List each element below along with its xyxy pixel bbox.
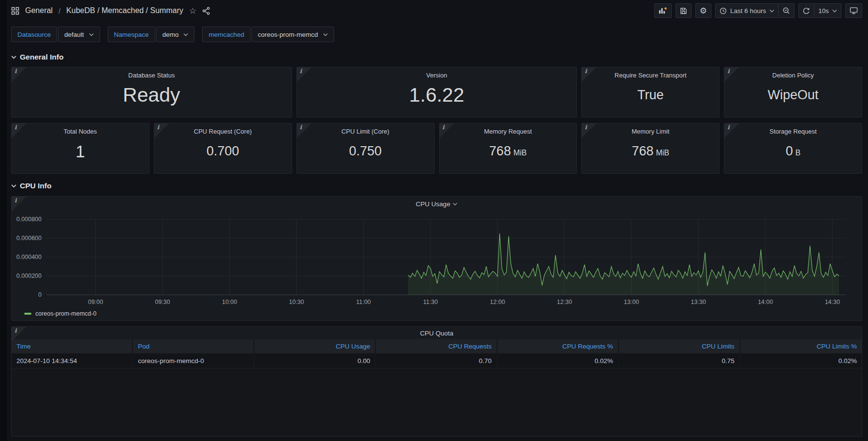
axis-tick-label: 12:00 [490, 299, 505, 305]
zoom-out-icon [782, 7, 790, 15]
axis-tick-label: 10:00 [222, 299, 237, 305]
stat-panel-memory-request: iMemory Request768MiB [439, 123, 577, 174]
panel-info-icon[interactable] [12, 327, 26, 341]
column-header-cpu-limits[interactable]: CPU Limits [619, 339, 740, 353]
variable-value-dropdown[interactable]: default [58, 27, 100, 42]
chevron-down-icon [183, 33, 188, 36]
stat-title: Version [297, 67, 577, 79]
stat-panel-storage-request: iStorage Request0B [724, 123, 862, 174]
stat-value: 1.6.22 [409, 84, 464, 106]
share-icon[interactable] [202, 7, 210, 15]
column-header-cpu-requests-[interactable]: CPU Requests % [498, 339, 619, 353]
column-header-cpu-usage[interactable]: CPU Usage [254, 339, 376, 353]
stat-value-number: WipeOut [768, 88, 819, 103]
stat-title: Memory Request [440, 123, 577, 135]
variable-value-dropdown[interactable]: coreos-prom-memcd [251, 27, 334, 42]
chevron-down-icon [11, 184, 16, 188]
stat-title: Require Secure Transport [582, 67, 719, 79]
panel-info-icon[interactable] [582, 123, 596, 138]
stat-value: 1 [75, 142, 85, 161]
series-area-fill [408, 233, 839, 295]
stat-value-number: 0.700 [206, 144, 239, 159]
refresh-interval-label: 10s [818, 7, 829, 15]
tv-mode-button[interactable] [845, 3, 862, 18]
axis-tick-label: 13:30 [691, 299, 706, 305]
save-dashboard-button[interactable] [676, 3, 691, 18]
stat-value-number: 0.750 [349, 144, 382, 159]
toolbar-actions: ⚙ Last 6 hours [650, 3, 862, 18]
variable-value-dropdown[interactable]: demo [156, 27, 195, 42]
info-i-glyph: i [585, 68, 587, 75]
section-general-info[interactable]: General Info [11, 53, 862, 61]
stat-panel-require-secure-transport: iRequire Secure TransportTrue [581, 67, 720, 118]
add-panel-button[interactable] [654, 3, 672, 18]
axis-tick-label: 0.000600 [16, 235, 42, 242]
table-row: 2024-07-10 14:34:54coreos-prom-memcd-00.… [12, 353, 862, 368]
panel-info-icon[interactable] [582, 67, 596, 82]
stat-panel-memory-limit: iMemory Limit768MiB [581, 123, 720, 174]
panel-info-icon[interactable] [154, 123, 169, 138]
axis-tick-label: 14:00 [758, 299, 773, 305]
time-range-label: Last 6 hours [730, 7, 766, 15]
zoom-out-button[interactable] [778, 3, 794, 18]
cpu-quota-table: TimePodCPU UsageCPU RequestsCPU Requests… [12, 339, 862, 436]
breadcrumb-folder[interactable]: General [25, 6, 53, 15]
variable-label: Datasource [11, 27, 57, 42]
panel-info-icon[interactable] [12, 123, 26, 138]
legend-series-label: coreos-prom-memcd-0 [35, 310, 96, 317]
clock-icon [720, 7, 727, 15]
info-i-glyph: i [15, 124, 17, 131]
apps-grid-icon[interactable] [11, 7, 19, 15]
column-header-cpu-requests[interactable]: CPU Requests [376, 339, 497, 353]
axis-tick-label: 13:00 [624, 299, 639, 305]
legend-item[interactable]: coreos-prom-memcd-0 [12, 307, 862, 320]
dashboard-page: General / KubeDB / Memcached / Summary ☆ [7, 0, 868, 437]
info-i-glyph: i [585, 124, 587, 131]
refresh-interval-picker[interactable]: 10s [814, 3, 841, 18]
info-i-glyph: i [15, 327, 17, 334]
panel-menu-chevron-icon[interactable] [453, 202, 457, 206]
column-header-pod[interactable]: Pod [133, 339, 254, 353]
info-i-glyph: i [727, 68, 730, 75]
panel-info-icon[interactable] [440, 123, 454, 138]
cpu-usage-plot[interactable]: 0.0008000.0006000.0004000.000200009:0009… [12, 211, 862, 305]
table-cell: 0.70 [376, 353, 497, 368]
axis-tick-label: 12:30 [557, 299, 572, 305]
table-body: 2024-07-10 14:34:54coreos-prom-memcd-00.… [12, 353, 862, 368]
time-range-picker[interactable]: Last 6 hours [715, 3, 779, 18]
axis-tick-label: 11:30 [423, 299, 438, 305]
chevron-down-icon [11, 55, 16, 59]
stat-panel-total-nodes: iTotal Nodes1 [11, 123, 149, 174]
stat-value-number: 768 [632, 144, 653, 159]
column-header-cpu-limits-[interactable]: CPU Limits % [740, 339, 862, 353]
panel-info-icon[interactable] [297, 123, 311, 138]
refresh-button[interactable] [798, 3, 814, 18]
axis-tick-label: 0 [38, 291, 42, 298]
variable-namespace: Namespacedemo [108, 27, 195, 42]
variable-label: memcached [202, 27, 250, 42]
column-header-time[interactable]: Time [12, 339, 133, 353]
cpu-usage-chart[interactable]: 0.0008000.0006000.0004000.000200009:0009… [12, 211, 862, 307]
stat-value: 768MiB [489, 144, 527, 159]
info-i-glyph: i [15, 68, 17, 75]
panel-info-icon[interactable] [297, 67, 311, 82]
panel-info-icon[interactable] [724, 67, 739, 82]
panel-title[interactable]: CPU Usage [416, 200, 450, 208]
axis-tick-label: 09:30 [155, 299, 170, 305]
stat-title: Memory Limit [582, 123, 719, 135]
axis-tick-label: 0.000800 [16, 216, 42, 223]
star-icon[interactable]: ☆ [189, 7, 196, 15]
panel-info-icon[interactable] [724, 123, 739, 138]
template-variables-row: DatasourcedefaultNamespacedemomemcachedc… [11, 27, 862, 42]
dashboard-settings-button[interactable]: ⚙ [695, 3, 711, 18]
stat-value-number: 1 [75, 142, 85, 161]
stat-value: Ready [123, 84, 180, 106]
chevron-down-icon [323, 33, 328, 36]
panel-info-icon[interactable] [12, 197, 26, 211]
section-cpu-info[interactable]: CPU Info [11, 182, 862, 190]
panel-info-icon[interactable] [12, 67, 26, 82]
stat-value-number: True [637, 88, 664, 103]
stat-value-unit: B [795, 149, 801, 157]
dashboard-title[interactable]: KubeDB / Memcached / Summary [66, 6, 183, 15]
stat-title: Deletion Policy [724, 67, 862, 79]
